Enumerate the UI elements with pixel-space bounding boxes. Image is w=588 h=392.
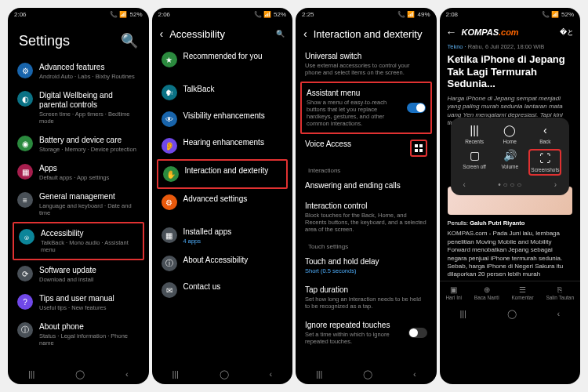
- popup-recents[interactable]: |||Recents: [458, 124, 491, 144]
- item-about-accessibility[interactable]: ⓘAbout Accessibility: [157, 250, 289, 277]
- item-tips[interactable]: ?Tips and user manualUseful tips · New f…: [13, 289, 144, 317]
- item-about-phone[interactable]: ⓘAbout phoneStatus · Legal information ·…: [13, 317, 144, 352]
- info-icon: ⓘ: [162, 256, 177, 271]
- item-advanced-features[interactable]: ⚙Advanced featuresAndroid Auto · Labs · …: [13, 57, 144, 85]
- apps-icon: ▦: [17, 164, 33, 180]
- clock: 2:06: [14, 11, 27, 18]
- assistant-menu-popup[interactable]: |||Recents ◯Home ‹Back ▢Screen off 🔊Volu…: [451, 118, 570, 195]
- screen-accessibility: 2:06 📞 📶 52% ‹ Accessibility 🔍 ★Recommen…: [152, 8, 293, 384]
- nav-recents[interactable]: |||: [28, 369, 35, 379]
- article-header: ← KOMPAS.com �と: [440, 21, 581, 43]
- tab-komentar[interactable]: ☰Komentar: [511, 285, 533, 300]
- item-installed-apps[interactable]: ▦Installed apps4 apps: [157, 222, 289, 250]
- item-battery[interactable]: ◉Battery and device careStorage · Memory…: [13, 130, 144, 158]
- battery-icon: ◉: [17, 136, 33, 151]
- nav-bar: ||| ◯ ‹: [152, 365, 293, 384]
- item-hearing[interactable]: 👂Hearing enhancements: [157, 132, 289, 159]
- back-icon[interactable]: ‹: [160, 27, 164, 40]
- accessibility-icon: ⍟: [19, 229, 34, 245]
- nav-home[interactable]: ◯: [507, 309, 517, 319]
- assistant-menu-toggle[interactable]: [407, 103, 426, 113]
- nav-recents[interactable]: |||: [172, 369, 179, 379]
- nav-home[interactable]: ◯: [75, 369, 85, 379]
- popup-dots: • ○ ○ ○: [498, 180, 521, 189]
- kompas-logo[interactable]: KOMPAS.com: [462, 27, 519, 37]
- search-icon[interactable]: 🔍: [276, 30, 285, 38]
- item-accessibility[interactable]: ⍟AccessibilityTalkBack · Mono audio · As…: [13, 222, 144, 260]
- item-voice-access[interactable]: Voice Access: [300, 134, 432, 162]
- chat-icon: ✉: [162, 282, 177, 298]
- article-meta: Tekno · Rabu, 6 Juli 2022, 18:00 WIB: [440, 43, 581, 50]
- item-universal-switch[interactable]: Universal switchUse external accessories…: [300, 46, 432, 82]
- section-interactions: Interactions: [300, 162, 432, 176]
- nav-home[interactable]: ◯: [220, 369, 229, 379]
- section-touch: Touch settings: [300, 238, 432, 252]
- star-icon: ★: [162, 52, 177, 67]
- general-icon: ≡: [17, 192, 33, 208]
- nav-home[interactable]: ◯: [363, 369, 372, 379]
- settings-list: ⚙Advanced featuresAndroid Auto · Labs · …: [8, 57, 149, 365]
- item-contact-us[interactable]: ✉Contact us: [157, 277, 289, 303]
- article-body: KOMPAS.com - Pada Juni lalu, lembaga pen…: [440, 228, 581, 280]
- item-interaction-control[interactable]: Interaction controlBlock touches for the…: [300, 196, 432, 238]
- status-bar: 2:25 📞 📶 49%: [296, 8, 437, 21]
- nav-bar: ||| ◯ ‹: [440, 304, 581, 324]
- item-ignore-repeated[interactable]: Ignore repeated touchesSet a time within…: [300, 315, 432, 350]
- item-general[interactable]: ≡General managementLanguage and keyboard…: [13, 187, 144, 222]
- accessibility-list: ★Recommended for you 🗣TalkBack 👁Visibili…: [152, 46, 293, 365]
- talkback-icon: 🗣: [162, 85, 177, 100]
- nav-bar: ||| ◯ ‹: [8, 365, 149, 384]
- page-title: Interaction and dexterity: [314, 28, 429, 40]
- item-touch-hold-delay[interactable]: Touch and hold delayShort (0.5 seconds): [300, 252, 432, 280]
- popup-pager: ‹ • ○ ○ ○ ›: [457, 180, 564, 189]
- popup-volume[interactable]: 🔊Volume: [493, 149, 526, 176]
- interaction-list: Universal switchUse external accessories…: [296, 46, 437, 365]
- clock: 2:25: [302, 11, 314, 18]
- screen-article: 2:08 📞 📶 52% ← KOMPAS.com �と Tekno · Rab…: [440, 8, 581, 384]
- popup-back[interactable]: ‹Back: [528, 124, 561, 144]
- tab-hari-ini[interactable]: ▣Hari Ini: [445, 285, 462, 300]
- popup-prev[interactable]: ‹: [463, 180, 466, 189]
- tab-salin-tautan[interactable]: ⎘Salin Tautan: [546, 285, 574, 300]
- update-icon: ⟳: [17, 266, 33, 281]
- back-icon[interactable]: ‹: [303, 27, 307, 40]
- ignore-touches-toggle[interactable]: [408, 328, 427, 338]
- item-assistant-menu[interactable]: Assistant menuShow a menu of easy-to-rea…: [300, 82, 432, 134]
- item-advanced-settings[interactable]: ⚙Advanced settings: [157, 189, 289, 216]
- item-digital-wellbeing[interactable]: ◐Digital Wellbeing and parental controls…: [13, 85, 144, 130]
- gear-icon: ⚙: [162, 194, 177, 210]
- item-answering-calls[interactable]: Answering and ending calls: [300, 176, 432, 196]
- assistant-floating-button[interactable]: [410, 140, 427, 157]
- item-apps[interactable]: ▦AppsDefault apps · App settings: [13, 158, 144, 187]
- nav-recents[interactable]: |||: [459, 309, 466, 319]
- nav-back[interactable]: ‹: [413, 369, 416, 379]
- article-title: Ketika iPhone di Jepang Tak Lagi Termura…: [440, 50, 581, 93]
- popup-next[interactable]: ›: [554, 180, 557, 189]
- screen-settings: 2:06 📞 📶 52% Settings 🔍 ⚙Advanced featur…: [8, 8, 149, 384]
- tips-icon: ?: [17, 294, 33, 310]
- popup-screenshots[interactable]: ⛶Screenshots: [528, 149, 561, 176]
- item-software-update[interactable]: ⟳Software updateDownload and install: [13, 260, 144, 289]
- bottom-tabs: ▣Hari Ini ⊕Baca Nanti ☰Komentar ⎘Salin T…: [440, 281, 581, 304]
- item-recommended[interactable]: ★Recommended for you: [157, 46, 289, 73]
- nav-recents[interactable]: |||: [316, 369, 323, 379]
- status-right: 📞 📶 52%: [110, 11, 142, 18]
- item-interaction-dexterity[interactable]: ✋Interaction and dexterity: [157, 159, 289, 189]
- page-title: Settings: [19, 33, 70, 49]
- search-icon[interactable]: 🔍: [121, 32, 138, 49]
- nav-back[interactable]: ‹: [269, 369, 272, 379]
- status-bar: 2:06 📞 📶 52%: [8, 8, 149, 21]
- popup-screen-off[interactable]: ▢Screen off: [458, 149, 491, 176]
- tab-baca-nanti[interactable]: ⊕Baca Nanti: [474, 285, 499, 300]
- nav-back[interactable]: ‹: [557, 309, 560, 319]
- nav-back[interactable]: ‹: [125, 369, 129, 379]
- item-tap-duration[interactable]: Tap durationSet how long an interaction …: [300, 280, 432, 315]
- wellbeing-icon: ◐: [17, 91, 33, 107]
- popup-home[interactable]: ◯Home: [493, 124, 526, 144]
- screen-interaction-dexterity: 2:25 📞 📶 49% ‹ Interaction and dexterity…: [296, 8, 437, 384]
- item-visibility[interactable]: 👁Visibility enhancements: [157, 106, 289, 132]
- share-icon[interactable]: �と: [560, 27, 574, 38]
- item-talkback[interactable]: 🗣TalkBack: [157, 79, 289, 106]
- back-icon[interactable]: ←: [446, 26, 457, 38]
- article-author: Penulis: Galuh Putri Riyanto: [440, 218, 581, 228]
